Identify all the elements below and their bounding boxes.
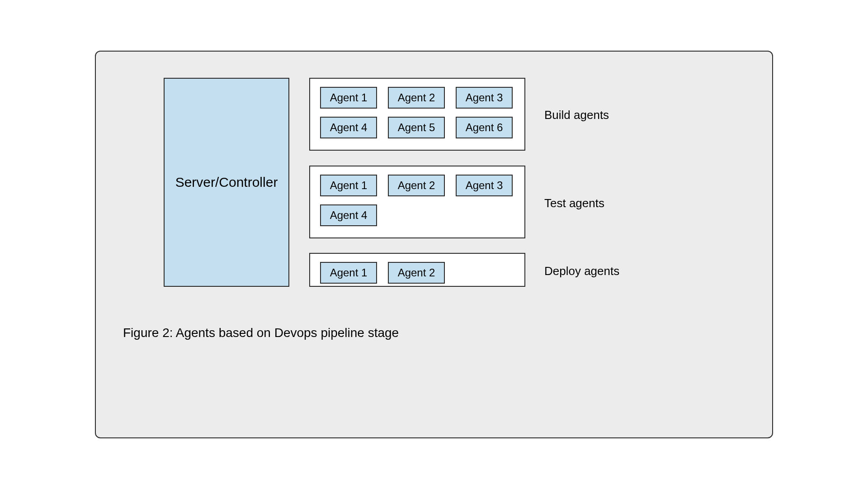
agent-label: Agent 5 bbox=[398, 121, 435, 134]
build-agent-box: Agent 6 bbox=[456, 117, 513, 138]
agent-label: Agent 1 bbox=[330, 91, 368, 104]
test-agent-box: Agent 2 bbox=[388, 175, 445, 196]
diagram-canvas: Server/Controller Agent 1 Agent 2 Agent … bbox=[95, 51, 773, 438]
build-agent-box: Agent 5 bbox=[388, 117, 445, 138]
agent-label: Agent 2 bbox=[398, 179, 435, 192]
build-agent-box: Agent 1 bbox=[320, 87, 377, 109]
agent-label: Agent 6 bbox=[466, 121, 503, 134]
agent-label: Agent 4 bbox=[330, 121, 368, 134]
deploy-agents-label: Deploy agents bbox=[544, 264, 619, 278]
test-agent-box: Agent 3 bbox=[456, 175, 513, 196]
deploy-agent-box: Agent 1 bbox=[320, 262, 377, 284]
server-controller-box: Server/Controller bbox=[164, 78, 289, 287]
server-controller-label: Server/Controller bbox=[175, 175, 278, 190]
agent-label: Agent 4 bbox=[330, 209, 368, 222]
agent-label: Agent 1 bbox=[330, 266, 368, 279]
build-agent-box: Agent 4 bbox=[320, 117, 377, 138]
build-agent-box: Agent 2 bbox=[388, 87, 445, 109]
agent-label: Agent 2 bbox=[398, 91, 435, 104]
deploy-agent-box: Agent 2 bbox=[388, 262, 445, 284]
test-agents-group: Agent 1 Agent 2 Agent 3 Agent 4 bbox=[309, 166, 525, 238]
test-agent-box: Agent 1 bbox=[320, 175, 377, 196]
build-agents-label: Build agents bbox=[544, 108, 609, 122]
agent-label: Agent 1 bbox=[330, 179, 368, 192]
build-agent-box: Agent 3 bbox=[456, 87, 513, 109]
agent-label: Agent 3 bbox=[466, 91, 503, 104]
build-agents-group: Agent 1 Agent 2 Agent 3 Agent 4 Agent 5 … bbox=[309, 78, 525, 151]
agent-label: Agent 3 bbox=[466, 179, 503, 192]
test-agent-box: Agent 4 bbox=[320, 204, 377, 226]
test-agents-label: Test agents bbox=[544, 196, 604, 210]
figure-caption: Figure 2: Agents based on Devops pipelin… bbox=[123, 326, 399, 340]
agent-label: Agent 2 bbox=[398, 266, 435, 279]
deploy-agents-group: Agent 1 Agent 2 bbox=[309, 253, 525, 287]
